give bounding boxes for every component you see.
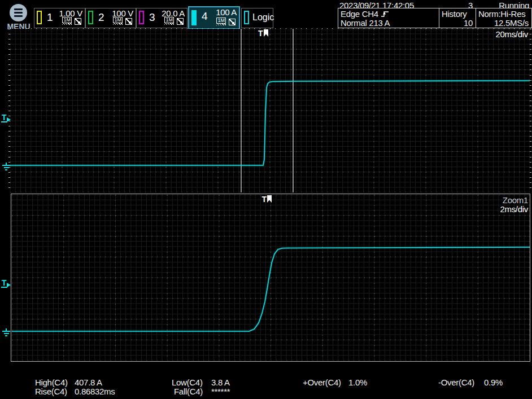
- history-count: 10: [464, 18, 473, 28]
- record-settings-box[interactable]: Norm:Hi-Res 12.5MS/s: [476, 8, 532, 28]
- sample-rate: 12.5MS/s: [494, 18, 529, 28]
- history-label: History: [442, 9, 467, 19]
- measurement-label: +Over(C4): [303, 378, 341, 387]
- record-mode: Norm:Hi-Res: [478, 9, 525, 19]
- channel-3-button[interactable]: 3 20.0 A 1M: [136, 8, 187, 28]
- channel-2-button[interactable]: 2 100 V 1M: [85, 8, 136, 28]
- measurement-value: ******: [211, 387, 230, 396]
- trigger-flag-icon: [264, 29, 268, 37]
- bandwidth-filter-icon: [125, 18, 132, 25]
- hamburger-menu-icon: [10, 4, 27, 21]
- measurement-label: High(C4): [35, 378, 68, 387]
- channel-1-color-marker: [37, 11, 42, 24]
- channel-3-color-marker: [139, 11, 144, 24]
- zoom-trigger-level-marker[interactable]: T: [1, 278, 12, 289]
- zoom-window-label: Zoom1: [503, 195, 528, 205]
- main-timebase-label: 20ms/div: [495, 29, 528, 39]
- trigger-detail: Normal 213 A: [341, 18, 390, 28]
- logic-color-marker: [244, 11, 249, 24]
- measurement-label: Fall(C4): [174, 387, 203, 396]
- logic-label: Logic: [252, 12, 274, 23]
- bandwidth-filter-icon: [229, 19, 236, 25]
- measurement-value: 407.8 A: [75, 378, 102, 387]
- main-waveform-area[interactable]: [10, 29, 530, 192]
- channel-4-scale: 100 A: [216, 7, 237, 17]
- measurement-label: Rise(C4): [35, 387, 67, 396]
- zoom-trigger-position-marker[interactable]: T: [262, 195, 272, 203]
- ground-level-marker: [2, 163, 11, 170]
- channel-2-color-marker: [88, 11, 93, 24]
- menu-button[interactable]: MENU: [2, 2, 33, 30]
- channel-1-button[interactable]: 1 1.00 V 1M: [34, 8, 85, 28]
- impedance-1m-icon: 1M: [216, 17, 226, 24]
- trigger-settings-box[interactable]: Edge CH4 Normal 213 A: [338, 8, 439, 28]
- impedance-1m-icon: 1M: [113, 17, 123, 23]
- channel-2-number: 2: [98, 11, 104, 24]
- trigger-mode: Edge CH4: [341, 9, 378, 19]
- rising-edge-icon: [381, 10, 389, 17]
- trigger-flag-icon: [267, 195, 272, 203]
- impedance-1m-icon: 1M: [62, 17, 72, 23]
- trigger-level-marker[interactable]: T: [1, 112, 12, 124]
- zoom-ground-level-marker: [2, 328, 11, 336]
- measurement-value: 3.8 A: [211, 378, 230, 387]
- channel-4-button[interactable]: 4 100 A 1M: [188, 6, 240, 29]
- main-grid-right-ticks: [530, 29, 531, 192]
- measurement-label: Low(C4): [172, 378, 203, 387]
- channel-4-number: 4: [202, 10, 208, 23]
- measurement-value: 0.9%: [484, 378, 503, 387]
- channel-4-color-marker: [191, 10, 197, 25]
- logic-button[interactable]: Logic: [241, 8, 273, 28]
- oscilloscope-screen: MENU 1 1.00 V 1M 2 100 V 1M 3 20.0 A 1M …: [0, 0, 532, 399]
- bandwidth-filter-icon: [75, 18, 81, 25]
- trigger-position-marker[interactable]: T: [258, 29, 268, 37]
- impedance-1m-icon: 1M: [164, 17, 174, 23]
- bandwidth-filter-icon: [177, 18, 184, 25]
- channel-1-number: 1: [47, 11, 53, 24]
- measurement-value: 1.0%: [348, 378, 367, 387]
- channel-3-number: 3: [149, 11, 155, 24]
- measurement-value: 0.86832ms: [75, 387, 115, 396]
- measurement-label: -Over(C4): [438, 378, 474, 387]
- zoom-waveform-area[interactable]: [12, 195, 530, 361]
- history-box[interactable]: History 10: [439, 8, 476, 28]
- zoom-timebase-label: 2ms/div: [500, 204, 528, 214]
